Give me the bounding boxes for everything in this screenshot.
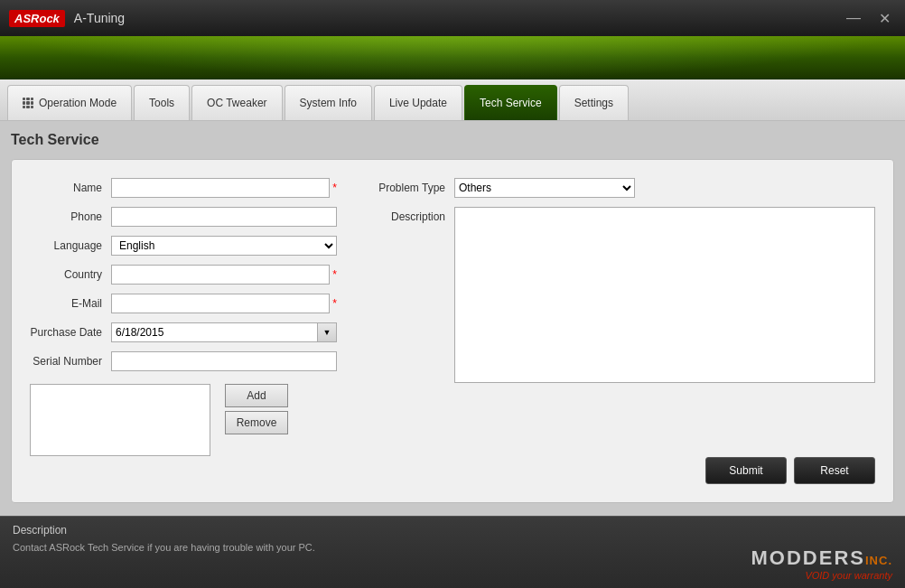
name-row: Name *	[30, 178, 337, 198]
problem-type-label: Problem Type	[364, 182, 445, 194]
desc-area-container: Description	[364, 207, 875, 441]
minimize-button[interactable]: —	[841, 8, 866, 29]
tab-settings-label: Settings	[574, 97, 613, 109]
tab-oc-tweaker[interactable]: OC Tweaker	[191, 85, 282, 120]
left-form: Name * Phone Language English Chinese Ja…	[30, 178, 337, 484]
country-required: *	[332, 268, 337, 281]
asrock-logo: ASRock	[9, 10, 65, 27]
serial-number-row: Serial Number	[30, 351, 337, 371]
phone-label: Phone	[30, 210, 111, 223]
app-title: A-Tuning	[74, 11, 125, 25]
tab-system-info-label: System Info	[300, 97, 357, 109]
description-label: Description	[364, 207, 445, 223]
serial-number-label: Serial Number	[30, 355, 111, 368]
tab-tools-label: Tools	[149, 97, 174, 109]
content-panel: Name * Phone Language English Chinese Ja…	[11, 159, 894, 503]
tab-operation-mode-label: Operation Mode	[39, 97, 117, 109]
tab-tech-service[interactable]: Tech Service	[464, 85, 557, 120]
language-select[interactable]: English Chinese Japanese Korean German F…	[111, 236, 337, 256]
email-label: E-Mail	[30, 297, 111, 310]
form-area: Name * Phone Language English Chinese Ja…	[30, 178, 875, 484]
email-row: E-Mail *	[30, 294, 337, 313]
date-input-wrap: ▼	[111, 322, 337, 342]
problem-type-select[interactable]: Others Hardware Software BIOS Driver	[454, 178, 635, 198]
main-content: Tech Service Name * Phone Language Engli…	[0, 121, 905, 516]
tab-tech-service-label: Tech Service	[480, 97, 542, 109]
country-input[interactable]	[111, 265, 330, 285]
file-list-box	[30, 384, 210, 456]
problem-type-row: Problem Type Others Hardware Software BI…	[364, 178, 875, 198]
titlebar-left: ASRock A-Tuning	[9, 10, 125, 27]
reset-button[interactable]: Reset	[794, 457, 875, 484]
language-row: Language English Chinese Japanese Korean…	[30, 236, 337, 256]
attach-btn-col: Add Remove	[225, 384, 288, 434]
close-button[interactable]: ✕	[873, 8, 896, 29]
tab-live-update[interactable]: Live Update	[374, 85, 462, 120]
attachment-area: Add Remove	[30, 384, 337, 456]
modders-sub-text: VOID your warranty	[751, 570, 892, 581]
add-button[interactable]: Add	[225, 384, 288, 407]
name-label: Name	[30, 182, 111, 194]
language-label: Language	[30, 239, 111, 252]
country-label: Country	[30, 268, 111, 281]
purchase-date-label: Purchase Date	[30, 326, 111, 339]
top-banner	[0, 36, 905, 79]
tab-operation-mode[interactable]: Operation Mode	[7, 85, 132, 120]
serial-number-input[interactable]	[111, 351, 337, 371]
titlebar: ASRock A-Tuning — ✕	[0, 0, 905, 36]
name-input[interactable]	[111, 178, 330, 198]
nav-bar: Operation Mode Tools OC Tweaker System I…	[0, 79, 905, 121]
modders-main-text: MODDERSINC.	[751, 546, 892, 570]
status-bar: Description Contact ASRock Tech Service …	[0, 516, 905, 588]
titlebar-controls: — ✕	[841, 8, 896, 29]
tab-oc-tweaker-label: OC Tweaker	[207, 97, 266, 109]
tab-settings[interactable]: Settings	[559, 85, 629, 120]
submit-button[interactable]: Submit	[705, 457, 787, 484]
purchase-date-row: Purchase Date ▼	[30, 322, 337, 342]
tab-system-info[interactable]: System Info	[285, 85, 372, 120]
grid-icon	[23, 98, 33, 108]
right-form: Problem Type Others Hardware Software BI…	[364, 178, 875, 484]
status-bar-title: Description	[13, 524, 892, 537]
phone-input[interactable]	[111, 207, 337, 227]
phone-row: Phone	[30, 207, 337, 227]
purchase-date-input[interactable]	[111, 322, 317, 342]
tab-tools[interactable]: Tools	[134, 85, 190, 120]
remove-button[interactable]: Remove	[225, 411, 288, 434]
email-required: *	[332, 297, 337, 310]
submit-row: Submit Reset	[364, 457, 875, 484]
modders-logo: MODDERSINC. VOID your warranty	[751, 546, 892, 581]
description-block: Description	[364, 207, 875, 441]
tab-live-update-label: Live Update	[389, 97, 447, 109]
description-textarea[interactable]	[454, 207, 875, 383]
country-row: Country *	[30, 265, 337, 285]
date-picker-button[interactable]: ▼	[317, 322, 337, 342]
email-input[interactable]	[111, 294, 330, 313]
name-required: *	[332, 182, 337, 194]
page-title: Tech Service	[11, 132, 894, 148]
